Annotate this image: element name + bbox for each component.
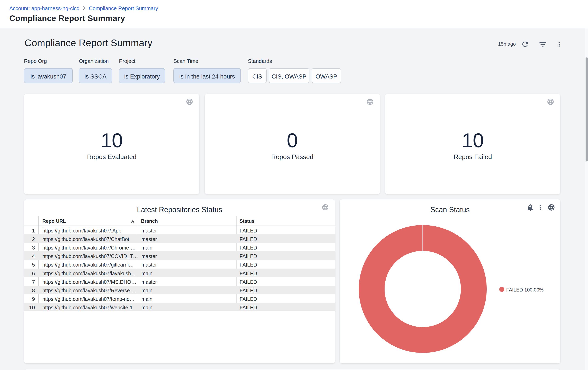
svg-text:FAILED 100.00%: FAILED 100.00% — [506, 287, 544, 292]
